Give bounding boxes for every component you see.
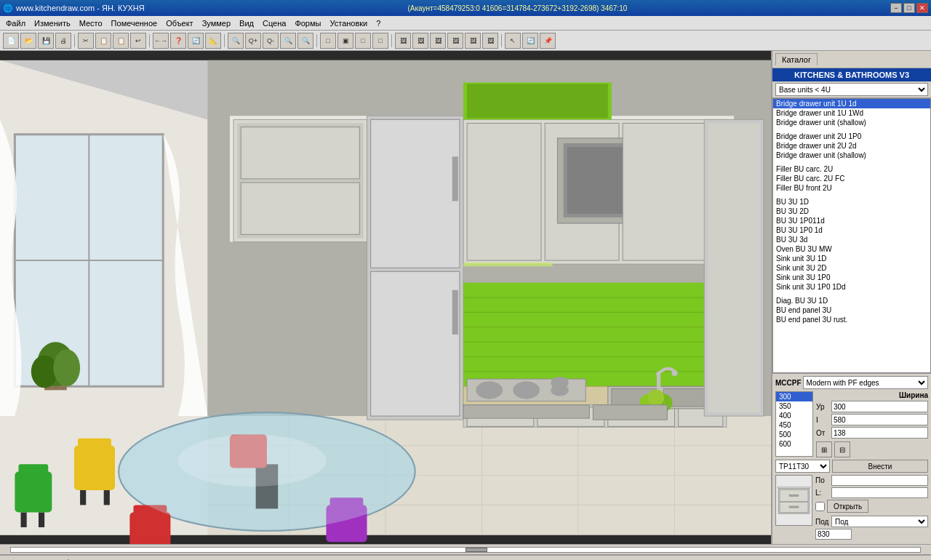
list-item-5[interactable]: Bridge drawer unit 2U 2d <box>773 141 930 151</box>
i-input[interactable] <box>831 414 928 425</box>
width-list[interactable]: 300350400450500600 <box>775 391 813 457</box>
width-item-350[interactable]: 350 <box>776 401 812 411</box>
catalog-title: KITCHENS & BATHROOMS V3 <box>772 68 931 81</box>
toolbar-btn-23[interactable]: □ <box>355 33 371 49</box>
list-item-4[interactable]: Bridge drawer unit 2U 1P0 <box>773 132 930 141</box>
dims-btn-2[interactable]: ⊟ <box>834 441 850 457</box>
l-input[interactable] <box>831 487 928 498</box>
pod-select[interactable]: ПодНадРядом <box>831 516 928 527</box>
toolbar-btn-5[interactable]: ✂ <box>78 33 94 49</box>
toolbar-btn-28[interactable]: 🖼 <box>430 33 446 49</box>
menu-item-место[interactable]: Место <box>75 17 107 29</box>
list-item-17[interactable]: Oven BU 3U MW <box>773 244 930 254</box>
width-item-450[interactable]: 450 <box>776 420 812 430</box>
list-item-9[interactable]: Filler BU carc. 2U FC <box>773 174 930 183</box>
toolbar-btn-15[interactable]: 🔍 <box>228 33 244 49</box>
toolbar-btn-10[interactable]: ←→ <box>153 33 169 49</box>
menu-item-помеченное[interactable]: Помеченное <box>107 17 162 29</box>
p-input[interactable] <box>831 475 928 486</box>
close-button[interactable]: ✕ <box>916 3 928 13</box>
style-select[interactable]: Modern with PF edgesClassicContemporary <box>803 376 928 389</box>
toolbar-btn-3[interactable]: 🖨 <box>55 33 71 49</box>
scroll-track[interactable] <box>10 547 921 553</box>
toolbar-btn-21[interactable]: □ <box>320 33 336 49</box>
menu-item-вид[interactable]: Вид <box>235 17 258 29</box>
toolbar-btn-0[interactable]: 📄 <box>3 33 19 49</box>
toolbar-btn-19[interactable]: 🔍 <box>297 33 313 49</box>
pod-value-input[interactable] <box>815 529 852 540</box>
toolbar-btn-18[interactable]: 🔍 <box>280 33 296 49</box>
toolbar-btn-8[interactable]: ↩ <box>130 33 146 49</box>
3d-view[interactable] <box>0 51 771 544</box>
svg-rect-85 <box>39 513 44 527</box>
dims-btn-1[interactable]: ⊞ <box>816 441 832 457</box>
menu-item-установки[interactable]: Установки <box>325 17 372 29</box>
open-button[interactable]: Открыть <box>827 500 868 513</box>
scroll-thumb[interactable] <box>466 548 487 552</box>
list-item-23[interactable]: Diag. BU 3U 1D <box>773 296 930 305</box>
list-item-2[interactable]: Bridge drawer unit (shallow) <box>773 118 930 127</box>
toolbar-btn-1[interactable]: 📂 <box>20 33 36 49</box>
list-item-16[interactable]: BU 3U 3d <box>773 235 930 244</box>
toolbar-btn-16[interactable]: Q+ <box>245 33 261 49</box>
list-item-19[interactable]: Sink unit 3U 2D <box>773 263 930 273</box>
list-item-15[interactable]: BU 3U 1P0 1d <box>773 225 930 235</box>
toolbar-btn-6[interactable]: 📋 <box>95 33 111 49</box>
menu-item-зуммер[interactable]: Зуммер <box>198 17 235 29</box>
toolbar-btn-34[interactable]: 🔄 <box>522 33 538 49</box>
toolbar-btn-7[interactable]: 📋 <box>113 33 129 49</box>
catalog-items-list[interactable]: Bridge drawer unit 1U 1dBridge drawer un… <box>772 98 931 373</box>
toolbar-btn-12[interactable]: 🔄 <box>188 33 204 49</box>
toolbar-btn-24[interactable]: □ <box>372 33 388 49</box>
toolbar-btn-22[interactable]: ▣ <box>337 33 353 49</box>
toolbar-btn-33[interactable]: ↖ <box>505 33 521 49</box>
toolbar-btn-29[interactable]: 🖼 <box>447 33 463 49</box>
toolbar-btn-11[interactable]: ❓ <box>170 33 186 49</box>
menu-item-изменить[interactable]: Изменить <box>30 17 75 29</box>
horizontal-scrollbar[interactable] <box>0 544 931 554</box>
list-item-13[interactable]: BU 3U 2D <box>773 207 930 216</box>
list-item-21[interactable]: Sink unit 3U 1P0 1Dd <box>773 282 930 292</box>
menu-item-файл[interactable]: Файл <box>1 17 30 29</box>
toolbar-btn-17[interactable]: Q- <box>263 33 279 49</box>
maximize-button[interactable]: □ <box>903 3 915 13</box>
filter-select[interactable]: Base units < 4UBase unitsWall unitsTall … <box>775 83 928 96</box>
catalog-tab[interactable]: Каталог <box>775 53 818 65</box>
menu-item-формы[interactable]: Формы <box>290 17 325 29</box>
menu-item-объект[interactable]: Объект <box>161 17 197 29</box>
list-item-1[interactable]: Bridge drawer unit 1U 1Wd <box>773 108 930 118</box>
toolbar-btn-30[interactable]: 🖼 <box>465 33 481 49</box>
width-item-600[interactable]: 600 <box>776 439 812 449</box>
toolbar-btn-13[interactable]: 📐 <box>205 33 221 49</box>
insert-code-select[interactable]: TP11T30 <box>775 460 830 473</box>
list-item-8[interactable]: Filler BU carc. 2U <box>773 164 930 174</box>
menu-item-?[interactable]: ? <box>372 17 385 29</box>
open-checkbox[interactable] <box>815 502 825 511</box>
ot-input[interactable] <box>831 427 928 439</box>
list-item-20[interactable]: Sink unit 3U 1P0 <box>773 273 930 282</box>
width-item-400[interactable]: 400 <box>776 411 812 420</box>
list-item-10[interactable]: Filler BU front 2U <box>773 183 930 193</box>
open-row: Открыть <box>815 500 928 513</box>
list-item-18[interactable]: Sink unit 3U 1D <box>773 254 930 263</box>
toolbar-btn-2[interactable]: 💾 <box>38 33 54 49</box>
svg-rect-30 <box>371 271 460 416</box>
list-item-24[interactable]: BU end panel 3U <box>773 305 930 315</box>
toolbar-btn-35[interactable]: 📌 <box>540 33 556 49</box>
toolbar-btn-31[interactable]: 🖼 <box>482 33 498 49</box>
yr-label: Ур <box>816 403 829 411</box>
svg-rect-42 <box>467 123 541 260</box>
list-item-12[interactable]: BU 3U 1D <box>773 197 930 207</box>
toolbar-btn-26[interactable]: 🖼 <box>395 33 411 49</box>
list-item-0[interactable]: Bridge drawer unit 1U 1d <box>773 99 930 108</box>
minimize-button[interactable]: − <box>890 3 902 13</box>
toolbar-btn-27[interactable]: 🖼 <box>412 33 428 49</box>
list-item-6[interactable]: Bridge drawer unit (shallow) <box>773 151 930 160</box>
menu-item-сцена[interactable]: Сцена <box>258 17 290 29</box>
list-item-14[interactable]: BU 3U 1P011d <box>773 216 930 225</box>
width-item-500[interactable]: 500 <box>776 430 812 439</box>
insert-button[interactable]: Внести <box>832 460 928 473</box>
width-item-300[interactable]: 300 <box>776 392 812 401</box>
list-item-25[interactable]: BU end panel 3U rust. <box>773 315 930 324</box>
yr-input[interactable] <box>831 401 928 412</box>
